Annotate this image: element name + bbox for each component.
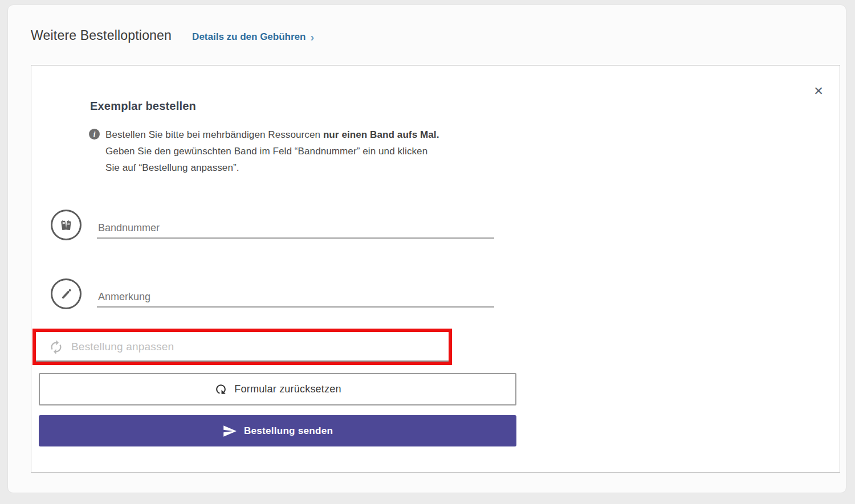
sync-icon	[48, 339, 64, 355]
note-field-icon-wrap	[51, 278, 82, 309]
volume-field-icon-wrap	[51, 210, 82, 240]
note-field-wrap	[97, 284, 494, 308]
adjust-order-button[interactable]: Bestellung anpassen	[36, 332, 449, 362]
send-order-button-label: Bestellung senden	[244, 425, 333, 437]
close-icon[interactable]: ✕	[810, 83, 827, 100]
adjust-order-button-label: Bestellung anpassen	[71, 341, 174, 353]
books-icon	[51, 210, 82, 240]
fees-details-link-label: Details zu den Gebühren	[192, 31, 306, 43]
send-order-button[interactable]: Bestellung senden	[39, 415, 516, 446]
fees-details-link[interactable]: Details zu den Gebühren ›	[192, 31, 314, 43]
more-order-options-card: Weitere Bestelloptionen Details zu den G…	[7, 5, 846, 493]
info-icon: i	[89, 129, 100, 140]
page-header: Weitere Bestelloptionen Details zu den G…	[31, 28, 314, 43]
reset-form-button-label: Formular zurücksetzen	[234, 383, 341, 395]
refresh-icon	[214, 382, 228, 396]
note-input[interactable]	[97, 284, 494, 308]
info-text: Bestellen Sie bitte bei mehrbändigen Res…	[105, 126, 439, 176]
pencil-icon	[51, 278, 82, 309]
order-item-dialog: ✕ Exemplar bestellen i Bestellen Sie bit…	[31, 65, 840, 473]
dialog-heading: Exemplar bestellen	[90, 100, 196, 113]
page-title: Weitere Bestelloptionen	[31, 28, 172, 43]
info-note: i Bestellen Sie bitte bei mehrbändigen R…	[89, 126, 522, 176]
adjust-button-underline	[36, 360, 449, 362]
reset-form-button[interactable]: Formular zurücksetzen	[39, 373, 516, 405]
red-annotation-rectangle: Bestellung anpassen	[32, 329, 452, 365]
volume-field-wrap	[97, 215, 494, 239]
volume-number-input[interactable]	[97, 215, 494, 239]
send-icon	[222, 424, 237, 439]
chevron-right-icon: ›	[310, 31, 314, 43]
